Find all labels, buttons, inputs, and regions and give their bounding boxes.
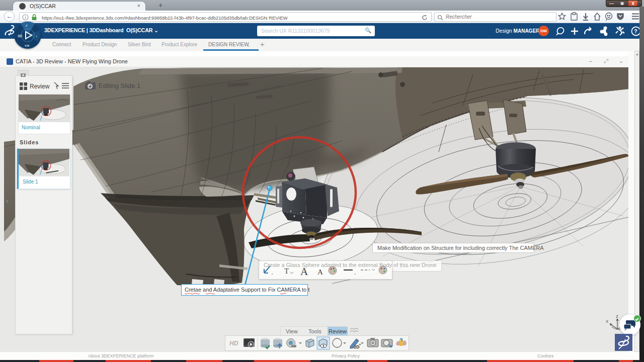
svg-text:?: ?	[634, 28, 637, 34]
svg-text:⅄: ⅄	[25, 24, 28, 27]
svg-text:X: X	[606, 319, 609, 324]
svg-text:Z: Z	[616, 315, 618, 319]
svg-text:V.R: V.R	[25, 44, 30, 47]
svg-text:2D: 2D	[354, 344, 360, 349]
svg-text:3D: 3D	[18, 34, 22, 38]
svg-text:HD: HD	[229, 340, 238, 347]
